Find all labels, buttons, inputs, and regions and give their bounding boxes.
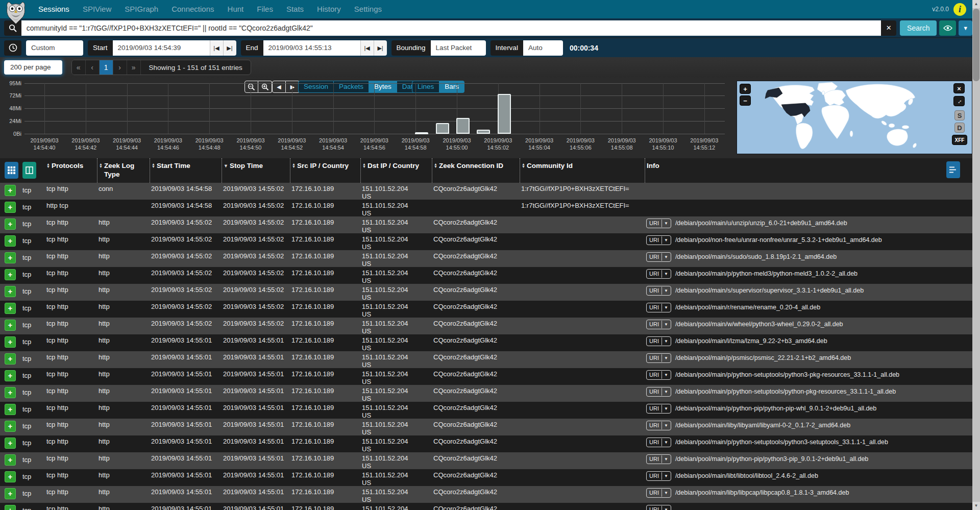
column-layout-button[interactable] [22,162,36,179]
world-map[interactable]: + − × ↔ S D XFF [737,81,972,154]
table-row[interactable]: +tcptcp httphttp2019/09/03 14:55:022019/… [0,301,972,318]
page-button[interactable]: › [113,60,127,75]
time-range-select[interactable]: Custom [26,40,83,56]
column-header-dst-ip-country[interactable]: ▲▼Dst IP / Country [360,158,432,183]
chart-bar[interactable] [436,123,449,134]
page-button-current[interactable]: 1 [100,60,113,75]
map-src-toggle-button[interactable]: S [954,110,965,120]
table-row[interactable]: +tcptcp httphttp2019/09/03 14:55:022019/… [0,267,972,284]
expand-session-button[interactable]: + [5,505,16,510]
table-row[interactable]: +tcptcp httphttp2019/09/03 14:55:012019/… [0,486,972,503]
uri-dropdown-button[interactable]: URI▼ [646,303,671,312]
nav-item-hunt[interactable]: Hunt [221,0,251,18]
search-button[interactable]: Search [900,20,937,36]
bounding-select[interactable]: Last Packet [431,40,486,56]
uri-dropdown-button[interactable]: URI▼ [646,336,671,346]
nav-item-spigraph[interactable]: SPIGraph [118,0,165,18]
table-row[interactable]: +tcptcp httphttp2019/09/03 14:55:012019/… [0,385,972,402]
pan-left-icon[interactable]: ◀ [272,81,286,93]
expand-session-button[interactable]: + [5,387,16,398]
table-row[interactable]: +tcptcp httphttp2019/09/03 14:55:012019/… [0,469,972,486]
expand-session-button[interactable]: + [5,269,16,280]
uri-dropdown-button[interactable]: URI▼ [646,505,671,510]
nav-item-sessions[interactable]: Sessions [32,0,76,18]
uri-dropdown-button[interactable]: URI▼ [646,421,671,430]
expand-session-button[interactable]: + [5,370,16,381]
clear-search-button[interactable]: ✕ [881,20,896,36]
sort-icon[interactable]: ▲▼ [522,163,525,183]
uri-dropdown-button[interactable]: URI▼ [646,454,671,464]
table-row[interactable]: +tcptcp httphttp2019/09/03 14:55:022019/… [0,216,972,233]
table-row[interactable]: +tcptcp httphttp2019/09/03 14:55:012019/… [0,503,972,510]
column-header-zeek-connection-id[interactable]: ▲▼Zeek Connection ID [432,158,520,183]
uri-dropdown-button[interactable]: URI▼ [646,471,671,481]
info-icon[interactable]: i [953,3,966,16]
map-resize-button[interactable]: ↔ [953,96,965,106]
map-zoom-out-button[interactable]: − [740,95,751,106]
page-button[interactable]: ‹ [86,60,100,75]
uri-dropdown-button[interactable]: URI▼ [646,353,671,363]
uri-dropdown-button[interactable]: URI▼ [646,235,671,245]
sort-icon[interactable]: ▲▼ [152,163,155,183]
table-row[interactable]: +tcptcp httphttp2019/09/03 14:55:022019/… [0,318,972,334]
uri-dropdown-button[interactable]: URI▼ [646,404,671,414]
clock-icon[interactable] [4,40,21,56]
expand-session-button[interactable]: + [5,438,16,449]
expand-session-button[interactable]: + [5,421,16,432]
table-row[interactable]: +tcptcp httphttp2019/09/03 14:55:012019/… [0,368,972,385]
uri-dropdown-button[interactable]: URI▼ [646,269,671,279]
toggle-all-sessions-button[interactable] [5,162,18,179]
sort-icon[interactable]: ▲▼ [292,163,296,183]
start-skip-forward-button[interactable]: ▶| [223,40,236,56]
expand-session-button[interactable]: + [5,185,16,196]
sort-icon[interactable]: ▲▼ [362,163,366,183]
uri-dropdown-button[interactable]: URI▼ [646,370,671,380]
table-row[interactable]: +tcptcp httphttp2019/09/03 14:55:022019/… [0,250,972,267]
chart-series-bytes-button[interactable]: Bytes [369,81,397,93]
expand-session-button[interactable]: + [5,454,16,466]
chart-series-packets-button[interactable]: Packets [334,81,369,93]
column-header-info[interactable]: Info [645,158,972,183]
table-row[interactable]: +tcptcp httphttp2019/09/03 14:55:012019/… [0,435,972,452]
expand-session-button[interactable]: + [5,404,16,415]
chart-series-session-button[interactable]: Session [298,81,334,93]
sort-icon[interactable]: ▲▼ [46,163,50,183]
expand-session-button[interactable]: + [5,235,16,247]
chart-bar[interactable] [498,94,511,134]
uri-dropdown-button[interactable]: URI▼ [646,252,671,262]
end-time-input[interactable]: 2019/09/03 14:55:13 [263,40,360,56]
sort-icon[interactable]: ▲▼ [99,163,103,183]
uri-dropdown-button[interactable]: URI▼ [646,286,671,296]
scroll-up-icon[interactable]: ▲ [972,0,980,8]
uri-dropdown-button[interactable]: URI▼ [646,387,671,397]
map-zoom-in-button[interactable]: + [740,84,751,94]
end-skip-back-button[interactable]: |◀ [360,40,374,56]
uri-dropdown-button[interactable]: URI▼ [646,438,671,447]
interval-select[interactable]: Auto [523,40,563,56]
chart-bar[interactable] [477,130,490,134]
search-actions-dropdown[interactable]: ▼ [959,20,972,36]
nav-item-spiview[interactable]: SPIView [76,0,118,18]
search-input[interactable] [21,20,881,36]
column-config-button[interactable] [946,161,960,178]
map-xff-toggle-button[interactable]: XFF [952,135,967,145]
chart-bar[interactable] [415,132,428,134]
scrollbar-thumb[interactable] [973,9,979,81]
nav-item-stats[interactable]: Stats [280,0,310,18]
table-row[interactable]: +tcptcp httpconn2019/09/03 14:54:582019/… [0,183,972,200]
chart-style-bars-button[interactable]: Bars [439,81,464,93]
nav-item-files[interactable]: Files [250,0,280,18]
column-header-src-ip-country[interactable]: ▲▼Src IP / Country [290,158,360,183]
column-header-stop-time[interactable]: ▼Stop Time [222,158,290,183]
expand-session-button[interactable]: + [5,286,16,297]
sort-icon[interactable]: ▼ [224,163,228,183]
table-row[interactable]: +tcptcp httphttp2019/09/03 14:55:012019/… [0,351,972,368]
page-button[interactable]: » [127,60,141,75]
table-row[interactable]: +tcptcp httphttp2019/09/03 14:55:022019/… [0,284,972,301]
column-header-start-time[interactable]: ▲▼Start Time [150,158,222,183]
page-button[interactable]: « [72,60,86,75]
column-header-protocols[interactable]: ▲▼Protocols [45,158,97,183]
nav-item-settings[interactable]: Settings [348,0,388,18]
start-time-input[interactable]: 2019/09/03 14:54:39 [113,40,210,56]
end-skip-forward-button[interactable]: ▶| [374,40,387,56]
